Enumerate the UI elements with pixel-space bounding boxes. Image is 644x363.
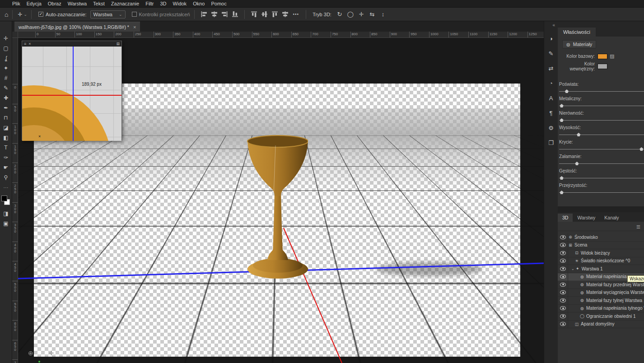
slider-track[interactable] [559, 120, 644, 121]
menu-obraz[interactable]: Obraz [45, 1, 65, 6]
gradient-tool[interactable]: ◧ [0, 133, 12, 143]
visibility-eye-icon[interactable] [560, 235, 566, 239]
tab-properties[interactable]: Właściwości [558, 28, 596, 37]
3d-slide-icon[interactable]: ⇆ [367, 11, 377, 18]
slider-thumb[interactable] [560, 176, 564, 180]
visibility-eye-icon[interactable] [560, 275, 566, 279]
3d-pan-icon[interactable]: ✛ [356, 11, 366, 18]
close-icon[interactable]: × [133, 24, 136, 30]
visibility-eye-icon[interactable] [560, 306, 566, 310]
horizontal-ruler[interactable]: 0501001502002503003504004505005506006507… [18, 32, 544, 38]
slider-thumb[interactable] [565, 89, 569, 93]
pen-tool[interactable]: ✑ [0, 153, 12, 163]
scene-item-widok-biezacy[interactable]: ⊡ Widok bieżący [558, 249, 644, 257]
slider-thumb[interactable] [575, 162, 579, 165]
3d-axis-widget-icon[interactable]: ✛ [49, 349, 54, 357]
chevron-down-icon[interactable]: ⌄ [24, 12, 28, 17]
spot-healing-brush-tool[interactable]: ✚ [0, 93, 12, 103]
visibility-eye-icon[interactable] [560, 259, 566, 263]
tab-3d[interactable]: 3D [558, 214, 573, 222]
slider-track[interactable] [559, 106, 644, 106]
align-left-icon[interactable] [201, 11, 207, 18]
quick-selection-tool[interactable]: ✦ [0, 63, 12, 73]
align-center-horizontal-icon[interactable] [211, 11, 218, 18]
scene-item-srodowisko[interactable]: ⊛ Środowisko [558, 233, 644, 242]
secondary-view-body[interactable]: 189,92 px × [22, 47, 121, 141]
hand-tool[interactable]: ☛ [0, 163, 12, 172]
inner-color-swatch[interactable] [597, 64, 607, 69]
disclosure-chevron-icon[interactable]: ⌄ [571, 267, 574, 271]
clone-source-panel-icon[interactable]: ⇄ [545, 63, 557, 74]
slider-thumb[interactable] [577, 133, 580, 136]
menu-warstwa[interactable]: Warstwa [65, 1, 90, 6]
slider-track[interactable] [559, 91, 644, 92]
eyedropper-tool[interactable]: ✎ [0, 83, 12, 93]
menu-okno[interactable]: Okno [190, 1, 208, 6]
eraser-tool[interactable]: ◪ [0, 123, 12, 133]
paragraph-panel-icon[interactable]: ¶ [545, 107, 557, 118]
panel-divider[interactable] [558, 206, 644, 212]
document-tab[interactable]: wallhaven-j57djp.jpg @ 100% (Warstwa 1,R… [14, 22, 140, 32]
slider-track[interactable] [559, 192, 644, 193]
home-icon[interactable]: ⌂ [5, 11, 8, 18]
distribute-bottom-icon[interactable] [271, 11, 278, 18]
visibility-eye-icon[interactable] [560, 283, 566, 287]
secondary-view-window[interactable]: ≡× ⊞ 189,92 px × [22, 41, 122, 140]
visibility-eye-icon[interactable] [560, 290, 566, 294]
tools-panel-icon[interactable]: ⚙ [545, 122, 557, 133]
crop-tool[interactable]: # [0, 73, 12, 83]
scene-item-scena[interactable]: ⊞ Scena [558, 242, 644, 250]
auto-select-target-dropdown[interactable]: Warstwa ⌄ [90, 10, 126, 19]
menu-plik[interactable]: Plik [9, 1, 23, 6]
scene-item-material-fazy-tylnej[interactable]: ◍ Materiał fazy tylnej Warstwa 1 [558, 297, 644, 305]
rectangular-marquee-tool[interactable]: ▢ [0, 43, 12, 53]
scene-item-material-wyciagniecia[interactable]: ◍ Materiał wyciągnięcia Warstwa 1 [558, 289, 644, 297]
base-color-swatch[interactable] [597, 54, 607, 59]
tab-warstwy[interactable]: Warstwy [573, 214, 600, 222]
scene-item-ograniczanie-obwiedni[interactable]: ◯ Ograniczanie obwiedni 1 [558, 312, 644, 321]
slider-thumb[interactable] [639, 147, 643, 151]
texture-icon[interactable]: ▨ [610, 53, 614, 59]
view-close-icon[interactable]: × [28, 42, 31, 46]
screen-mode-icon[interactable]: ▣ [0, 219, 12, 228]
ruler-corner[interactable] [12, 32, 18, 38]
distribute-horizontal-center-icon[interactable] [282, 11, 289, 18]
slider-thumb[interactable] [560, 104, 564, 107]
vertical-ruler[interactable]: 0501001502002503003504004505005506006507… [12, 38, 18, 363]
menu-3d[interactable]: 3D [157, 1, 170, 6]
clone-stamp-tool[interactable]: ⊓ [0, 113, 12, 123]
auto-select-checkbox[interactable]: ✓ [38, 12, 43, 17]
brush-settings-panel-icon[interactable]: ✎ [545, 48, 557, 59]
visibility-eye-icon[interactable] [560, 243, 566, 247]
slider-track[interactable] [559, 149, 644, 149]
scene-item-warstwa-1[interactable]: ⌄ ✦ Warstwa 1 [558, 265, 644, 273]
dial-panel-icon[interactable]: ◔ [545, 78, 557, 88]
menu-edycja[interactable]: Edycja [23, 1, 45, 6]
canvas-viewport[interactable]: ≡× ⊞ 189,92 px × ⊕✛ [18, 38, 544, 363]
slider-track[interactable] [559, 178, 644, 178]
view-list-icon[interactable]: ≡ [24, 42, 26, 46]
tree-options-icon[interactable]: ☰ [636, 224, 640, 229]
menu-zaznaczanie[interactable]: Zaznaczanie [108, 1, 142, 6]
brush-tool[interactable]: ✒ [0, 103, 12, 113]
lasso-tool[interactable]: ʆ [0, 53, 12, 63]
foreground-color-swatch[interactable] [1, 195, 7, 201]
3d-scale-icon[interactable]: ↕ [378, 11, 388, 18]
more-options-button[interactable]: ••• [293, 12, 299, 17]
3d-axis-green-handle[interactable] [38, 361, 40, 363]
distribute-top-icon[interactable] [251, 11, 257, 18]
slider-track[interactable] [559, 163, 644, 164]
distribute-vertical-center-icon[interactable] [261, 11, 268, 18]
menu-filtr[interactable]: Filtr [142, 1, 157, 6]
3d-goblet-model[interactable] [246, 134, 308, 280]
scene-item-swiatlo-nieskonczone[interactable]: ☀ Światło nieskończone ^0 [558, 257, 644, 265]
move-tool-preset-icon[interactable]: ✛ [18, 11, 22, 18]
menu-pomoc[interactable]: Pomoc [208, 1, 229, 6]
3d-roll-icon[interactable]: ◯ [345, 11, 355, 18]
collapse-panels-icon[interactable]: « [552, 23, 558, 28]
libraries-panel-icon[interactable]: ❐ [545, 137, 557, 148]
3d-rotate-icon[interactable]: ↻ [335, 11, 345, 18]
3d-ground-plane-icon[interactable]: ⊕ [28, 349, 33, 357]
visibility-eye-icon[interactable] [560, 298, 566, 302]
slider-thumb[interactable] [560, 191, 564, 194]
